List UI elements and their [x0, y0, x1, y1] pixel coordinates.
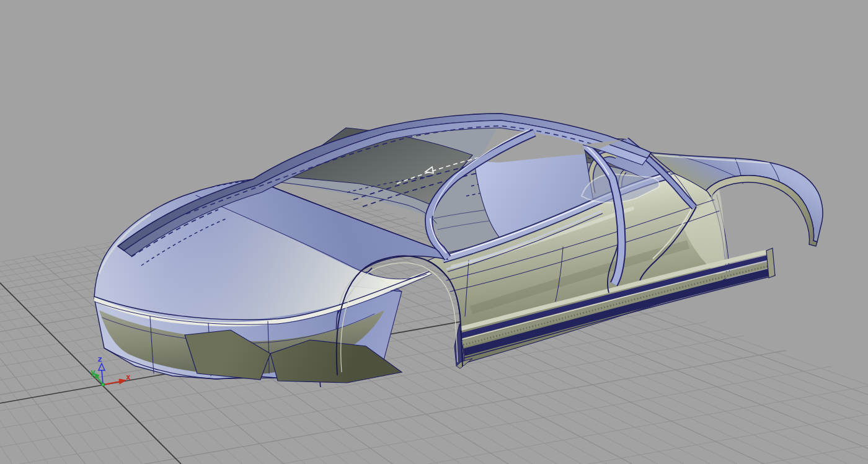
origin-point	[101, 383, 104, 386]
axis-label-x: x	[126, 372, 131, 381]
viewport-canvas[interactable]: x y z	[0, 0, 868, 464]
axis-label-z: z	[97, 354, 102, 364]
axis-label-y: y	[91, 367, 95, 377]
cad-viewport[interactable]: x y z	[0, 0, 868, 464]
